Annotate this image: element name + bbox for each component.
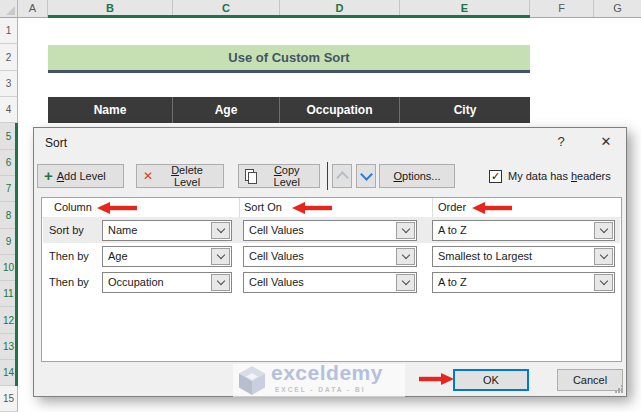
section-divider xyxy=(432,198,433,217)
move-down-button[interactable] xyxy=(356,164,376,188)
sort-by-column-select[interactable]: Name xyxy=(102,220,232,241)
chevron-down-icon xyxy=(360,168,373,181)
sort-levels-panel: Column Sort On Order Sort by Name Cell V… xyxy=(41,197,622,362)
sort-level-row-1: Sort by Name Cell Values A to Z xyxy=(43,217,620,243)
then-by-2-sort-on-select[interactable]: Cell Values xyxy=(243,272,417,293)
column-section-header: Column xyxy=(54,198,92,217)
chevron-down-icon xyxy=(401,251,409,259)
order-section-header: Order xyxy=(438,198,466,217)
row-header-4[interactable]: 4 xyxy=(0,97,18,123)
row-header-3[interactable]: 3 xyxy=(0,71,18,97)
delete-level-button[interactable]: ✕ Delete Level xyxy=(136,164,224,188)
column-header-g[interactable]: G xyxy=(594,0,641,17)
copy-level-button[interactable]: Copy Level xyxy=(238,164,320,188)
options-label: Options... xyxy=(393,170,440,182)
selected-value: A to Z xyxy=(438,221,467,240)
chevron-down-icon xyxy=(401,277,409,285)
chevron-down-icon xyxy=(599,277,607,285)
combo-dropdown-button[interactable] xyxy=(396,248,415,265)
level-label: Then by xyxy=(49,269,89,295)
sort-level-row-3: Then by Occupation Cell Values A to Z xyxy=(43,269,620,295)
annotation-arrow-ok xyxy=(419,373,454,385)
level-label: Sort by xyxy=(49,217,84,243)
table-header-name[interactable]: Name xyxy=(48,97,173,123)
toolbar-separator xyxy=(327,162,328,190)
combo-dropdown-button[interactable] xyxy=(594,274,613,291)
annotation-arrow-order xyxy=(472,202,512,214)
excel-window: A B C D E F G 1 2 3 4 5 6 7 8 9 10 11 12… xyxy=(0,0,641,412)
table-header-age[interactable]: Age xyxy=(173,97,280,123)
row-header-2[interactable]: 2 xyxy=(0,44,18,71)
checkmark-icon: ✓ xyxy=(491,170,500,182)
exceldemy-logo xyxy=(237,365,267,396)
sort-by-sort-on-select[interactable]: Cell Values xyxy=(243,220,417,241)
sort-by-order-select[interactable]: A to Z xyxy=(432,220,615,241)
table-header-city[interactable]: City xyxy=(400,97,530,123)
delete-level-label: Delete Level xyxy=(157,164,217,188)
sort-dialog: Sort ? ✕ + Add Level ✕ Delete Level Copy… xyxy=(33,127,627,397)
column-header-a[interactable]: A xyxy=(18,0,48,17)
combo-dropdown-button[interactable] xyxy=(211,274,230,291)
my-data-has-headers-checkbox[interactable]: ✓ xyxy=(489,170,502,183)
chevron-down-icon xyxy=(599,251,607,259)
then-by-2-order-select[interactable]: A to Z xyxy=(432,272,615,293)
selected-rows-indicator xyxy=(15,123,18,386)
copy-level-label: Copy Level xyxy=(260,164,313,188)
add-level-button[interactable]: + Add Level xyxy=(37,164,124,188)
watermark-brand: exceldemy xyxy=(271,361,383,385)
chevron-up-icon xyxy=(336,171,349,184)
combo-dropdown-button[interactable] xyxy=(211,222,230,239)
delete-x-icon: ✕ xyxy=(143,169,153,183)
selected-value: Name xyxy=(108,221,137,240)
sheet-title-cell[interactable]: Use of Custom Sort xyxy=(48,45,530,73)
row-header-15[interactable]: 15 xyxy=(0,386,18,412)
selected-value: A to Z xyxy=(438,273,467,292)
watermark-tagline: EXCEL - DATA - BI xyxy=(275,386,365,393)
column-header-f[interactable]: F xyxy=(530,0,594,17)
plus-icon: + xyxy=(44,170,53,182)
combo-dropdown-button[interactable] xyxy=(594,248,613,265)
combo-dropdown-button[interactable] xyxy=(396,222,415,239)
ok-button[interactable]: OK xyxy=(453,369,529,391)
then-by-1-column-select[interactable]: Age xyxy=(102,246,232,267)
add-level-label: Add Level xyxy=(57,170,106,182)
chevron-down-icon xyxy=(401,225,409,233)
then-by-1-order-select[interactable]: Smallest to Largest xyxy=(432,246,615,267)
annotation-arrow-sort-on xyxy=(292,202,332,214)
then-by-2-column-select[interactable]: Occupation xyxy=(102,272,232,293)
chevron-down-icon xyxy=(216,277,224,285)
section-divider xyxy=(239,198,240,217)
selected-value: Cell Values xyxy=(249,273,304,292)
chevron-down-icon xyxy=(216,251,224,259)
data-table-header-row: Name Age Occupation City xyxy=(48,97,530,123)
row-header-1[interactable]: 1 xyxy=(0,18,18,44)
annotation-arrow-column xyxy=(97,202,137,214)
selected-value: Cell Values xyxy=(249,221,304,240)
select-all-triangle-icon xyxy=(6,6,15,15)
sort-level-row-2: Then by Age Cell Values Smallest to Larg… xyxy=(43,243,620,269)
then-by-1-sort-on-select[interactable]: Cell Values xyxy=(243,246,417,267)
combo-dropdown-button[interactable] xyxy=(594,222,613,239)
close-button[interactable]: ✕ xyxy=(594,132,618,152)
selected-value: Smallest to Largest xyxy=(438,247,532,266)
selected-columns-indicator xyxy=(48,15,530,18)
my-data-has-headers-label[interactable]: My data has headers xyxy=(508,164,611,188)
chevron-down-icon xyxy=(216,225,224,233)
move-up-button[interactable] xyxy=(332,164,352,188)
table-header-occupation[interactable]: Occupation xyxy=(280,97,400,123)
options-button[interactable]: Options... xyxy=(379,164,455,188)
select-all-corner[interactable] xyxy=(0,0,18,18)
resize-grip[interactable] xyxy=(614,384,623,393)
level-label: Then by xyxy=(49,243,89,269)
selected-value: Occupation xyxy=(108,273,164,292)
help-button[interactable]: ? xyxy=(549,132,573,152)
combo-dropdown-button[interactable] xyxy=(211,248,230,265)
combo-dropdown-button[interactable] xyxy=(396,274,415,291)
copy-level-icon xyxy=(245,169,256,184)
exceldemy-watermark: exceldemy EXCEL - DATA - BI xyxy=(233,364,405,397)
sort-on-section-header: Sort On xyxy=(244,198,282,217)
selected-value: Cell Values xyxy=(249,247,304,266)
chevron-down-icon xyxy=(599,225,607,233)
selected-value: Age xyxy=(108,247,128,266)
dialog-title: Sort xyxy=(45,136,67,150)
